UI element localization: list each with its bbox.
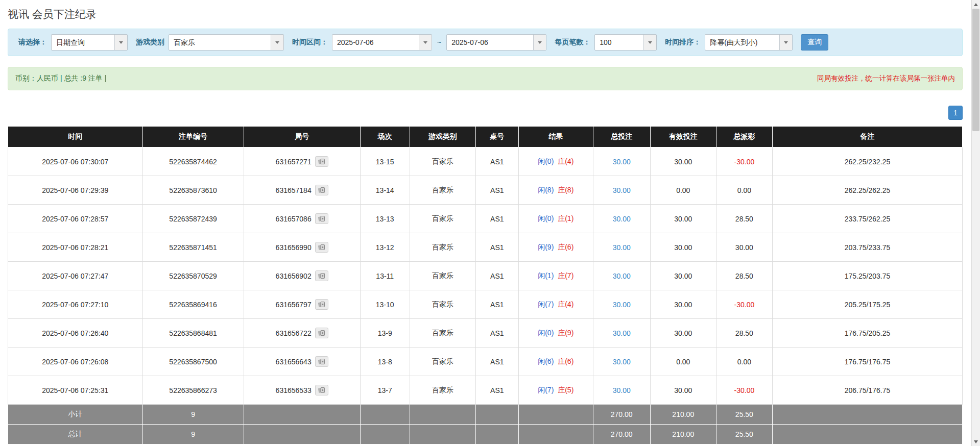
- table-row: 2025-07-06 07:29:39 522635873610 6316571…: [8, 176, 963, 205]
- scrollbar-thumb[interactable]: [972, 9, 979, 131]
- cell-total-bet: 30.00: [593, 147, 650, 176]
- total-bet-link[interactable]: 30.00: [613, 386, 631, 394]
- scroll-down-arrow-icon[interactable]: [972, 437, 980, 446]
- chevron-down-icon: [275, 41, 279, 44]
- result-banker: 庄(1): [558, 214, 573, 222]
- game-type-value: 百家乐: [169, 35, 271, 50]
- result-player: 闲(0): [538, 214, 554, 222]
- result-banker: 庄(5): [558, 386, 573, 394]
- round-number: 631656902: [276, 272, 312, 280]
- view-cards-icon[interactable]: [315, 299, 328, 310]
- page-size-dropdown-button[interactable]: [643, 35, 656, 50]
- page-number-button[interactable]: 1: [948, 106, 963, 120]
- query-type-dropdown-button[interactable]: [114, 35, 127, 50]
- date-range-separator: ~: [436, 38, 442, 46]
- total-total-bet: 270.00: [593, 425, 650, 444]
- scroll-up-arrow-icon[interactable]: [972, 0, 980, 9]
- cell-time: 2025-07-06 07:26:08: [8, 348, 143, 376]
- cell-result: 闲(8) 庄(8): [518, 176, 593, 205]
- cell-valid-bet: 30.00: [650, 290, 716, 319]
- game-type-dropdown-button[interactable]: [271, 35, 283, 50]
- cell-table-no: AS1: [475, 319, 518, 348]
- view-cards-icon[interactable]: [315, 185, 328, 195]
- table-row: 2025-07-06 07:26:40 522635868481 6316567…: [8, 319, 963, 348]
- cell-session: 13-7: [360, 376, 410, 405]
- cell-payout: 0.00: [716, 176, 772, 205]
- page-size-value: 100: [595, 35, 643, 50]
- cell-round-id: 631656902: [244, 262, 360, 290]
- page-size-dropdown[interactable]: 100: [594, 34, 657, 51]
- total-bet-link[interactable]: 30.00: [613, 186, 631, 194]
- round-number: 631656990: [276, 243, 312, 252]
- view-cards-icon[interactable]: [315, 242, 328, 253]
- cell-table-no: AS1: [475, 376, 518, 405]
- header-bet-id: 注单编号: [142, 127, 244, 147]
- total-bet-link[interactable]: 30.00: [613, 272, 631, 280]
- view-cards-icon[interactable]: [315, 213, 328, 224]
- total-bet-link[interactable]: 30.00: [613, 158, 631, 166]
- cell-result: 闲(0) 庄(9): [518, 319, 593, 348]
- cell-time: 2025-07-06 07:26:40: [8, 319, 143, 348]
- pagination: 1: [8, 106, 963, 120]
- view-cards-icon[interactable]: [315, 156, 328, 167]
- total-label: 总计: [8, 425, 143, 444]
- cell-round-id: 631656722: [244, 319, 360, 348]
- query-type-dropdown[interactable]: 日期查询: [51, 34, 128, 51]
- total-bet-link[interactable]: 30.00: [613, 301, 631, 309]
- cell-result: 闲(7) 庄(5): [518, 376, 593, 405]
- cell-session: 13-9: [360, 319, 410, 348]
- view-cards-icon[interactable]: [315, 328, 328, 338]
- date-from-dropdown-button[interactable]: [419, 35, 432, 50]
- cell-payout: 30.00: [716, 233, 772, 262]
- cell-total-bet: 30.00: [593, 233, 650, 262]
- header-table-no: 桌号: [475, 127, 518, 147]
- chevron-down-icon: [538, 41, 542, 44]
- cell-table-no: AS1: [475, 290, 518, 319]
- subtotal-payout: 25.50: [716, 405, 772, 425]
- filter-bar: 请选择： 日期查询 游戏类别 百家乐 时间区间： 2025-07-06 ~ 20…: [8, 29, 963, 56]
- time-sort-value: 降幂(由大到小): [705, 35, 779, 50]
- date-to-picker[interactable]: 2025-07-06: [446, 34, 546, 51]
- search-button[interactable]: 查询: [801, 34, 828, 51]
- round-number: 631656797: [276, 301, 312, 309]
- cell-result: 闲(7) 庄(4): [518, 290, 593, 319]
- cell-result: 闲(0) 庄(4): [518, 147, 593, 176]
- cell-session: 13-8: [360, 348, 410, 376]
- table-row: 2025-07-06 07:28:21 522635871451 6316569…: [8, 233, 963, 262]
- result-banker: 庄(7): [558, 271, 573, 280]
- view-cards-icon[interactable]: [315, 356, 328, 367]
- cell-table-no: AS1: [475, 262, 518, 290]
- cell-remark: 203.75/233.75: [773, 233, 963, 262]
- time-sort-dropdown-button[interactable]: [779, 35, 792, 50]
- view-cards-icon[interactable]: [315, 270, 328, 281]
- cell-total-bet: 30.00: [593, 319, 650, 348]
- view-cards-icon[interactable]: [315, 385, 328, 395]
- total-bet-link[interactable]: 30.00: [613, 243, 631, 252]
- cell-session: 13-11: [360, 262, 410, 290]
- result-player: 闲(0): [538, 329, 554, 337]
- header-result: 结果: [518, 127, 593, 147]
- total-bet-link[interactable]: 30.00: [613, 215, 631, 223]
- subtotal-total-bet: 270.00: [593, 405, 650, 425]
- cell-bet-id: 522635869416: [142, 290, 244, 319]
- table-row: 2025-07-06 07:27:47 522635870529 6316569…: [8, 262, 963, 290]
- cell-bet-id: 522635873610: [142, 176, 244, 205]
- summary-bar: 币别：人民币 | 总共 :9 注单 | 同局有效投注，统一计算在该局第一张注单内: [8, 67, 963, 90]
- cell-valid-bet: 0.00: [650, 348, 716, 376]
- date-from-picker[interactable]: 2025-07-06: [332, 34, 432, 51]
- cell-session: 13-15: [360, 147, 410, 176]
- cell-remark: 176.75/205.25: [773, 319, 963, 348]
- subtotal-count: 9: [142, 405, 244, 425]
- time-sort-dropdown[interactable]: 降幂(由大到小): [705, 34, 793, 51]
- select-type-label: 请选择：: [18, 38, 47, 47]
- vertical-scrollbar[interactable]: [971, 0, 980, 446]
- game-type-dropdown[interactable]: 百家乐: [169, 34, 284, 51]
- grand-total-row: 总计 9 270.00 210.00 25.50: [8, 425, 963, 444]
- result-banker: 庄(6): [558, 243, 573, 251]
- total-bet-link[interactable]: 30.00: [613, 358, 631, 366]
- cell-total-bet: 30.00: [593, 176, 650, 205]
- cell-bet-id: 522635870529: [142, 262, 244, 290]
- date-to-dropdown-button[interactable]: [533, 35, 546, 50]
- cell-result: 闲(9) 庄(6): [518, 233, 593, 262]
- total-bet-link[interactable]: 30.00: [613, 329, 631, 337]
